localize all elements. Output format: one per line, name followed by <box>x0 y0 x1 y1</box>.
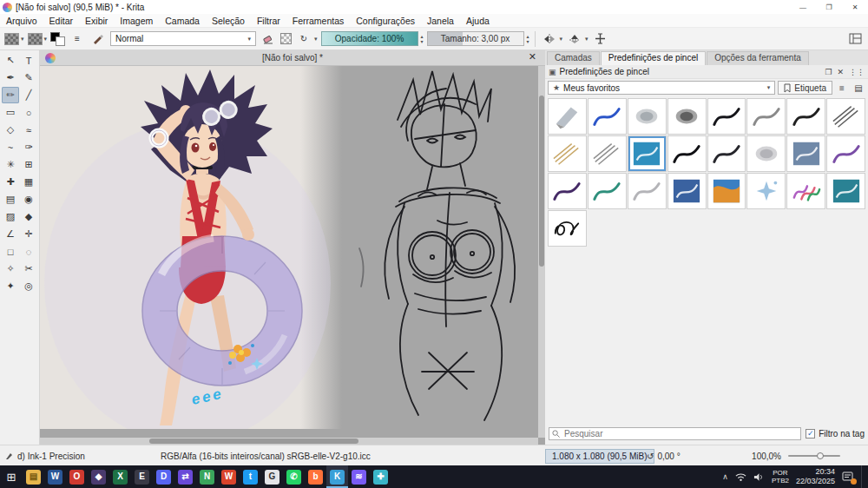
contiguous-select-tool[interactable]: ✦ <box>2 278 19 294</box>
brush-preset[interactable] <box>826 173 865 209</box>
view-mode-icon[interactable]: ≡ <box>835 81 849 95</box>
gradient-tool[interactable]: ▤ <box>2 191 19 208</box>
reload-arrow-icon[interactable]: ▾ <box>314 36 318 43</box>
move-tool[interactable]: ✚ <box>2 174 19 190</box>
tag-button[interactable]: Etiqueta <box>778 81 832 95</box>
assistants-tool[interactable]: ✛ <box>20 226 37 242</box>
gradient-chooser-arrow-icon[interactable]: ▾ <box>21 36 24 43</box>
zoom-tool[interactable]: ◎ <box>20 278 37 294</box>
discord-app[interactable]: D <box>153 465 174 488</box>
tag-filter-select[interactable]: ★ Meus favoritos ▾ <box>548 81 775 95</box>
language-indicator[interactable]: POR PTB2 <box>772 469 789 485</box>
brush-preset[interactable] <box>588 98 627 135</box>
transform-tool[interactable]: ⊞ <box>20 156 37 173</box>
polygon-select-tool[interactable]: ✧ <box>2 260 19 277</box>
docker-float-icon[interactable]: ❐ <box>825 68 832 76</box>
gradient-chooser[interactable] <box>4 33 19 45</box>
krita-app[interactable]: K <box>326 465 348 488</box>
dynamic-brush-tool[interactable]: ✑ <box>20 139 37 155</box>
mirror-horizontal-icon[interactable] <box>541 30 558 47</box>
brush-preset[interactable] <box>707 98 746 135</box>
brush-preset[interactable] <box>786 135 825 172</box>
menu-exibir[interactable]: Exibir <box>79 15 114 27</box>
workspace-chooser-icon[interactable] <box>846 30 864 47</box>
brush-preset[interactable] <box>707 173 746 209</box>
brush-preset[interactable] <box>628 135 667 172</box>
green-app[interactable]: N <box>196 465 218 488</box>
preserve-alpha-icon[interactable] <box>280 33 292 44</box>
bezier-tool[interactable]: ~ <box>2 139 19 155</box>
brush-editor-icon[interactable] <box>89 30 107 47</box>
wps-app[interactable]: W <box>218 465 240 488</box>
text-tool[interactable]: T <box>20 52 37 69</box>
docker-close-icon[interactable]: ✕ <box>837 68 844 76</box>
brush-search-box[interactable] <box>549 427 801 440</box>
menu-editar[interactable]: Editar <box>43 15 79 27</box>
filter-tag-toggle[interactable]: ✓ Filtro na tag <box>806 429 865 439</box>
menu-ajuda[interactable]: Ajuda <box>460 15 496 27</box>
whatsapp-app[interactable]: ✆ <box>283 465 305 488</box>
pointer-tool[interactable]: ↖ <box>2 52 19 69</box>
menu-filtrar[interactable]: Filtrar <box>251 15 286 27</box>
brush-preset[interactable] <box>707 135 746 172</box>
horizontal-scrollbar-thumb[interactable] <box>149 439 358 444</box>
image-dimensions[interactable]: 1.080 x 1.080 (90,5 MiB) <box>545 449 654 464</box>
brush-preset[interactable] <box>588 135 627 172</box>
zoom-slider-thumb[interactable] <box>817 452 824 459</box>
color-sampler-tool[interactable]: ◉ <box>20 191 37 208</box>
restore-button[interactable]: ❐ <box>816 0 842 14</box>
pattern-chooser-arrow-icon[interactable]: ▾ <box>44 36 48 43</box>
size-slider[interactable]: Tamanho: 3,00 px <box>427 31 524 46</box>
measure-tool[interactable]: ∠ <box>2 226 19 242</box>
horizontal-scrollbar[interactable] <box>40 438 538 445</box>
ellipse-select-tool[interactable]: ◌ <box>20 243 37 260</box>
show-desktop-button[interactable] <box>861 465 865 488</box>
vertical-scrollbar-thumb[interactable] <box>539 96 544 267</box>
thumbnail-mode-icon[interactable]: ▤ <box>852 81 865 95</box>
brush-preset[interactable] <box>826 98 865 135</box>
rotation-value[interactable]: 0,00 ° <box>657 452 680 461</box>
epub-reader-app[interactable]: E <box>131 465 153 488</box>
brush-preset[interactable] <box>667 135 707 172</box>
opacity-slider[interactable]: Opacidade: 100% <box>321 31 418 46</box>
brush-preset[interactable] <box>548 210 587 247</box>
menu-configuracoes[interactable]: Configurações <box>350 15 421 27</box>
snap-crosshair-icon[interactable] <box>592 30 609 47</box>
menu-ferramentas[interactable]: Ferramentas <box>286 15 351 27</box>
brush-preset[interactable] <box>667 98 707 135</box>
reload-preset-icon[interactable]: ↻ <box>295 30 312 47</box>
rect-select-tool[interactable]: □ <box>2 243 19 260</box>
menu-imagem[interactable]: Imagem <box>114 15 159 27</box>
tab-camadas[interactable]: Camadas <box>547 51 600 65</box>
orange-app[interactable]: b <box>305 465 326 488</box>
blue-bird-app[interactable]: t <box>240 465 261 488</box>
teal-cross-app[interactable]: ✚ <box>370 465 391 488</box>
brush-search-input[interactable] <box>562 428 798 439</box>
brush-preset[interactable] <box>786 98 825 135</box>
zoom-value[interactable]: 100,0% <box>752 445 781 466</box>
tab-predefinicoes[interactable]: Predefinições de pincel <box>601 51 706 65</box>
wifi-icon[interactable] <box>735 472 746 482</box>
brush-preset[interactable] <box>628 173 667 209</box>
brush-preset[interactable] <box>786 173 825 209</box>
purple-arrows-app[interactable]: ⇄ <box>174 465 196 488</box>
pattern-chooser[interactable] <box>28 33 43 45</box>
crop-tool[interactable]: ▦ <box>20 174 37 190</box>
purple-app[interactable]: ≋ <box>348 465 370 488</box>
size-spinner[interactable]: ▴▾ <box>527 34 529 44</box>
menu-janela[interactable]: Janela <box>421 15 460 27</box>
opacity-spinner[interactable]: ▴▾ <box>421 34 424 44</box>
polygon-tool[interactable]: ◇ <box>2 122 19 138</box>
brush-preset[interactable] <box>746 173 786 209</box>
brush-preset[interactable] <box>826 135 865 172</box>
brush-preset[interactable] <box>588 173 627 209</box>
file-explorer-app[interactable]: ▤ <box>23 465 44 488</box>
freehand-select-tool[interactable]: ✂ <box>20 260 37 277</box>
zoom-slider[interactable] <box>788 445 840 466</box>
menu-selecao[interactable]: Seleção <box>206 15 251 27</box>
notification-center-icon[interactable] <box>842 471 854 483</box>
multibrush-tool[interactable]: ✳ <box>2 156 19 173</box>
docker-grip-icon[interactable]: ⋮⋮ <box>849 68 865 76</box>
tab-opcoes[interactable]: Opções da ferramenta <box>707 51 809 65</box>
blend-mode-select[interactable]: Normal▾ <box>110 31 256 46</box>
